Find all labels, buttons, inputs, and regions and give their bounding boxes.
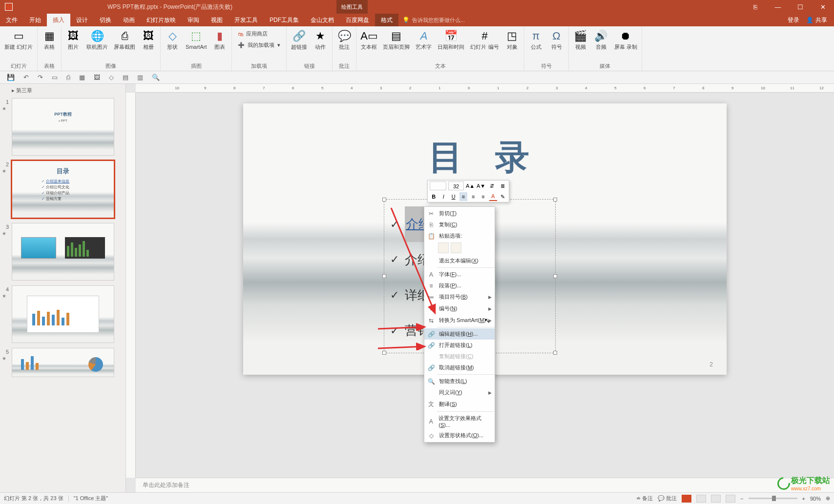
tab-design[interactable]: 设计: [70, 14, 94, 26]
thumbnail-row-5[interactable]: 5★: [0, 347, 125, 381]
equation-button[interactable]: π公式: [526, 27, 546, 52]
notes-pane[interactable]: 单击此处添加备注: [136, 478, 834, 492]
normal-view-button[interactable]: [682, 495, 691, 503]
table-button[interactable]: ▦表格: [40, 27, 59, 52]
resize-handle[interactable]: [553, 351, 557, 355]
tab-insert[interactable]: 插入: [47, 14, 70, 26]
slide-thumbnail-2[interactable]: 目录 介绍基本信息 介绍公司文化 详细介绍产品 营销方案: [12, 161, 114, 218]
thumbnail-row-1[interactable]: 1★ PPT教程 • PPT: [0, 97, 125, 160]
thumbnail-row-2[interactable]: 2★ 目录 介绍基本信息 介绍公司文化 详细介绍产品 营销方案: [0, 160, 125, 222]
slide-thumbnail-3[interactable]: [12, 223, 114, 281]
tell-me-search[interactable]: 告诉我您想要做什么...: [398, 14, 788, 26]
login-link[interactable]: 登录: [788, 16, 799, 24]
qat-icon-5[interactable]: ⎙: [66, 74, 70, 81]
datetime-button[interactable]: 📅日期和时间: [435, 27, 467, 52]
vertical-ruler[interactable]: [126, 93, 136, 478]
slide-thumbnail-5[interactable]: [12, 348, 114, 377]
object-button[interactable]: ◳对象: [502, 27, 522, 52]
increase-font-icon[interactable]: A▲: [466, 181, 475, 190]
section-heading[interactable]: ▸ 第三章: [0, 86, 125, 97]
tab-animations[interactable]: 动画: [117, 14, 141, 26]
italic-button[interactable]: I: [439, 192, 447, 201]
qat-undo-icon[interactable]: ↶: [23, 74, 29, 81]
tab-slideshow[interactable]: 幻灯片放映: [141, 14, 182, 26]
online-picture-button[interactable]: 🌐联机图片: [84, 27, 110, 52]
tab-transitions[interactable]: 切换: [94, 14, 117, 26]
qat-icon-7[interactable]: 🖼: [94, 74, 100, 81]
slideshow-view-button[interactable]: [726, 495, 735, 503]
zoom-slider[interactable]: [749, 498, 797, 499]
menu-item[interactable]: A字体(F)...: [424, 269, 495, 280]
menu-item[interactable]: ◇设置形状格式(O)...: [424, 430, 495, 441]
audio-button[interactable]: 🔊音频: [591, 27, 611, 52]
menu-item[interactable]: ✂剪切(T): [424, 208, 495, 219]
tab-kingsoft[interactable]: 金山文档: [305, 14, 340, 26]
textbox-button[interactable]: A▭文本框: [358, 27, 379, 52]
photo-album-button[interactable]: 🖼相册: [139, 27, 158, 52]
slide-title[interactable]: 目 录: [243, 135, 727, 181]
tab-baidu[interactable]: 百度网盘: [340, 14, 375, 26]
align-right-button[interactable]: ≡: [479, 192, 487, 201]
minimize-button[interactable]: —: [767, 0, 789, 14]
menu-item[interactable]: ≔项目符号(B)▶: [424, 291, 495, 302]
menu-item[interactable]: ≡段落(P)...: [424, 280, 495, 291]
zoom-percent[interactable]: 90%: [810, 496, 821, 502]
share-button[interactable]: 👤 共享: [806, 16, 827, 24]
qat-icon-10[interactable]: ▥: [137, 74, 143, 81]
shapes-button[interactable]: ◇形状: [163, 27, 182, 52]
underline-button[interactable]: U: [450, 192, 458, 201]
paste-option-0[interactable]: [438, 242, 449, 253]
font-color-button[interactable]: A: [489, 192, 497, 201]
header-footer-button[interactable]: ▤页眉和页脚: [380, 27, 412, 52]
menu-item[interactable]: 🔗打开超链接(L): [424, 340, 495, 351]
bold-button[interactable]: B: [430, 192, 438, 201]
zoom-in-button[interactable]: +: [802, 496, 805, 502]
qat-redo-icon[interactable]: ↷: [38, 74, 43, 81]
resize-handle[interactable]: [382, 274, 386, 278]
wordart-button[interactable]: A艺术字: [413, 27, 434, 52]
new-slide-button[interactable]: ▭新建 幻灯片: [2, 27, 35, 52]
line-spacing-icon[interactable]: ⇵: [487, 181, 496, 190]
notes-toggle[interactable]: ≐ 备注: [636, 495, 653, 502]
qat-save-icon[interactable]: 💾: [7, 74, 15, 81]
menu-item[interactable]: 🔗编辑超链接(H)...: [424, 328, 495, 340]
menu-item[interactable]: 同义词(Y)▶: [424, 387, 495, 398]
decrease-font-icon[interactable]: A▼: [477, 181, 485, 190]
horizontal-ruler[interactable]: 1098765432101234567891011121314151617181…: [136, 84, 834, 93]
store-button[interactable]: 🛍应用商店: [236, 29, 270, 39]
chart-button[interactable]: ▮图表: [210, 27, 229, 52]
tab-home[interactable]: 开始: [23, 14, 47, 26]
tab-review[interactable]: 审阅: [182, 14, 205, 26]
menu-item[interactable]: 文翻译(S): [424, 398, 495, 410]
tab-pdf[interactable]: PDF工具集: [264, 14, 305, 26]
qat-icon-8[interactable]: ◇: [109, 74, 114, 81]
my-addins-button[interactable]: ➕我的加载项 ▾: [236, 40, 282, 50]
screen-recording-button[interactable]: ⏺屏幕 录制: [612, 27, 640, 52]
tab-developer[interactable]: 开发工具: [229, 14, 264, 26]
comments-toggle[interactable]: 💬 批注: [658, 495, 677, 502]
menu-item[interactable]: A设置文字效果格式(S)...: [424, 413, 495, 430]
ribbon-options-button[interactable]: ⎘: [744, 0, 767, 14]
tab-format[interactable]: 格式: [375, 14, 398, 26]
hyperlink-button[interactable]: 🔗超链接: [289, 27, 310, 52]
action-button[interactable]: ★动作: [311, 27, 330, 52]
tab-view[interactable]: 视图: [205, 14, 229, 26]
zoom-out-button[interactable]: −: [740, 496, 743, 502]
resize-handle[interactable]: [553, 274, 557, 278]
align-left-button[interactable]: ≡: [459, 192, 467, 201]
resize-handle[interactable]: [553, 198, 557, 202]
reading-view-button[interactable]: [711, 495, 721, 503]
slide-thumbnail-4[interactable]: [12, 285, 114, 343]
maximize-button[interactable]: ☐: [789, 0, 812, 14]
fit-to-window-button[interactable]: ⊕: [826, 495, 830, 502]
symbol-button[interactable]: Ω符号: [547, 27, 566, 52]
qat-icon-11[interactable]: 🔍: [152, 74, 160, 81]
slide-thumbnail-1[interactable]: PPT教程 • PPT: [12, 98, 114, 156]
paste-option-1[interactable]: [451, 242, 461, 253]
align-icon[interactable]: ≣: [498, 181, 507, 190]
font-size-combo[interactable]: 32: [448, 181, 464, 190]
smartart-button[interactable]: ⬚SmartArt: [183, 27, 209, 52]
slide-thumbnails-panel[interactable]: ▸ 第三章 1★ PPT教程 • PPT 2★ 目录 介绍基本信息 介绍公司文化…: [0, 84, 126, 492]
qat-icon-9[interactable]: ▤: [123, 74, 128, 81]
format-painter-icon[interactable]: ✎: [499, 192, 507, 201]
